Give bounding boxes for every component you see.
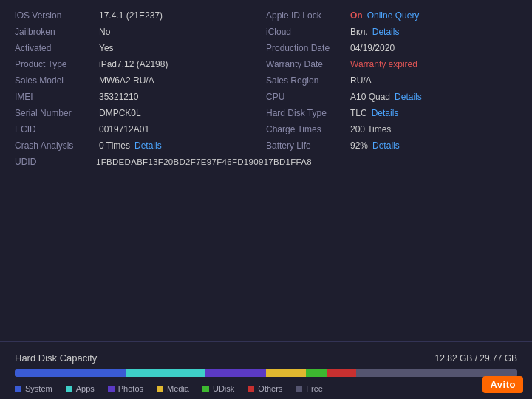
product-type-row: Product Type iPad7,12 (A2198): [15, 56, 266, 72]
main-panel: iOS Version 17.4.1 (21E237) Apple ID Loc…: [0, 0, 532, 399]
production-date-label: Production Date: [266, 43, 347, 53]
serial-number-label: Serial Number: [15, 108, 96, 118]
disk-segment-system: [15, 369, 126, 377]
disk-title: Hard Disk Capacity: [15, 352, 97, 364]
activated-row: Activated Yes: [15, 40, 266, 56]
imei-row: IMEI 35321210: [15, 89, 266, 105]
warranty-date-label: Warranty Date: [266, 59, 347, 69]
charge-times-row: Charge Times 200 Times: [266, 121, 517, 137]
legend-dot-udisk: [202, 386, 209, 392]
legend-dot-system: [15, 386, 21, 392]
sales-model-value: MW6A2 RU/A: [99, 75, 154, 86]
sales-model-label: Sales Model: [15, 75, 96, 86]
legend-item-others: Others: [248, 384, 282, 393]
imei-value: 35321210: [99, 92, 138, 102]
crash-analysis-row: Crash Analysis 0 Times Details: [15, 137, 266, 154]
cpu-value: A10 Quad: [350, 92, 390, 102]
charge-times-value: 200 Times: [350, 124, 391, 134]
crash-analysis-label: Crash Analysis: [15, 140, 96, 151]
sales-region-label: Sales Region: [266, 75, 347, 86]
legend-label-system: System: [25, 384, 52, 393]
legend-item-udisk: UDisk: [202, 384, 234, 393]
serial-number-row: Serial Number DMPCK0L: [15, 105, 266, 121]
icloud-label: iCloud: [266, 27, 347, 37]
warranty-date-value: Warranty expired: [350, 59, 417, 69]
legend-label-media: Media: [167, 384, 189, 393]
crash-analysis-details-link[interactable]: Details: [134, 140, 162, 151]
warranty-date-row: Warranty Date Warranty expired: [266, 56, 517, 72]
legend-item-media: Media: [157, 384, 189, 393]
legend-item-apps: Apps: [66, 384, 95, 393]
udid-label: UDID: [15, 157, 96, 167]
divider: [0, 341, 532, 342]
battery-life-label: Battery Life: [266, 140, 347, 151]
legend-dot-apps: [66, 386, 72, 392]
disk-segment-others: [327, 369, 357, 377]
imei-label: IMEI: [15, 92, 96, 102]
legend-dot-free: [296, 386, 302, 392]
legend-dot-photos: [108, 386, 115, 392]
apple-id-lock-label: Apple ID Lock: [266, 10, 347, 21]
udid-row: UDID 1FBDEDABF13F20BD2F7E97F46FD190917BD…: [15, 154, 517, 170]
hard-disk-type-row: Hard Disk Type TLC Details: [266, 105, 517, 121]
icloud-details-link[interactable]: Details: [372, 27, 400, 37]
avito-badge: Avito: [482, 376, 523, 393]
ios-version-label: iOS Version: [15, 10, 96, 21]
legend-label-photos: Photos: [118, 384, 143, 393]
legend-dot-media: [157, 386, 163, 392]
sales-region-value: RU/A: [350, 75, 372, 86]
cpu-label: CPU: [266, 92, 347, 102]
legend-label-apps: Apps: [76, 384, 95, 393]
jailbroken-value: No: [99, 27, 110, 37]
disk-segment-udisk: [306, 369, 326, 377]
charge-times-label: Charge Times: [266, 124, 347, 134]
online-query-link[interactable]: Online Query: [367, 10, 420, 21]
disk-segment-photos: [205, 369, 266, 377]
legend-item-photos: Photos: [108, 384, 143, 393]
battery-life-details-link[interactable]: Details: [372, 140, 400, 151]
disk-capacity: 12.82 GB / 29.77 GB: [435, 353, 517, 364]
ecid-label: ECID: [15, 124, 96, 134]
sales-model-row: Sales Model MW6A2 RU/A: [15, 72, 266, 89]
cpu-details-link[interactable]: Details: [395, 92, 422, 102]
legend-item-system: System: [15, 384, 52, 393]
cpu-row: CPU A10 Quad Details: [266, 89, 517, 105]
activated-label: Activated: [15, 43, 96, 53]
production-date-value: 04/19/2020: [350, 43, 395, 53]
jailbroken-label: Jailbroken: [15, 27, 96, 37]
serial-number-value: DMPCK0L: [99, 108, 141, 118]
crash-analysis-value: 0 Times: [99, 140, 130, 151]
apple-id-lock-row: Apple ID Lock On Online Query: [266, 7, 517, 24]
apple-id-lock-value: On: [350, 10, 363, 21]
legend-section: SystemAppsPhotosMediaUDiskOthersFree: [0, 380, 532, 399]
product-type-value: iPad7,12 (A2198): [99, 59, 168, 69]
battery-life-row: Battery Life 92% Details: [266, 137, 517, 154]
disk-section: Hard Disk Capacity 12.82 GB / 29.77 GB: [0, 347, 532, 380]
hard-disk-type-value: TLC: [350, 108, 367, 118]
sales-region-row: Sales Region RU/A: [266, 72, 517, 89]
activated-value: Yes: [99, 43, 114, 53]
legend-label-others: Others: [258, 384, 282, 393]
info-grid: iOS Version 17.4.1 (21E237) Apple ID Loc…: [15, 7, 517, 154]
legend-label-udisk: UDisk: [213, 384, 234, 393]
ios-version-row: iOS Version 17.4.1 (21E237): [15, 7, 266, 24]
legend-label-free: Free: [306, 384, 323, 393]
hard-disk-type-label: Hard Disk Type: [266, 108, 347, 118]
ecid-row: ECID 0019712A01: [15, 121, 266, 137]
production-date-row: Production Date 04/19/2020: [266, 40, 517, 56]
udid-value: 1FBDEDABF13F20BD2F7E97F46FD190917BD1FFA8: [96, 157, 312, 166]
icloud-row: iCloud Вкл. Details: [266, 24, 517, 40]
hard-disk-type-details-link[interactable]: Details: [372, 108, 399, 118]
jailbroken-row: Jailbroken No: [15, 24, 266, 40]
product-type-label: Product Type: [15, 59, 96, 69]
legend-dot-others: [248, 386, 254, 392]
ecid-value: 0019712A01: [99, 124, 149, 134]
ios-version-value: 17.4.1 (21E237): [99, 10, 163, 21]
battery-life-value: 92%: [350, 140, 368, 151]
disk-segment-apps: [126, 369, 206, 377]
disk-bar: [15, 369, 517, 377]
disk-segment-media: [266, 369, 306, 377]
disk-header: Hard Disk Capacity 12.82 GB / 29.77 GB: [15, 352, 517, 364]
legend-item-free: Free: [296, 384, 323, 393]
info-section: iOS Version 17.4.1 (21E237) Apple ID Loc…: [0, 0, 532, 337]
